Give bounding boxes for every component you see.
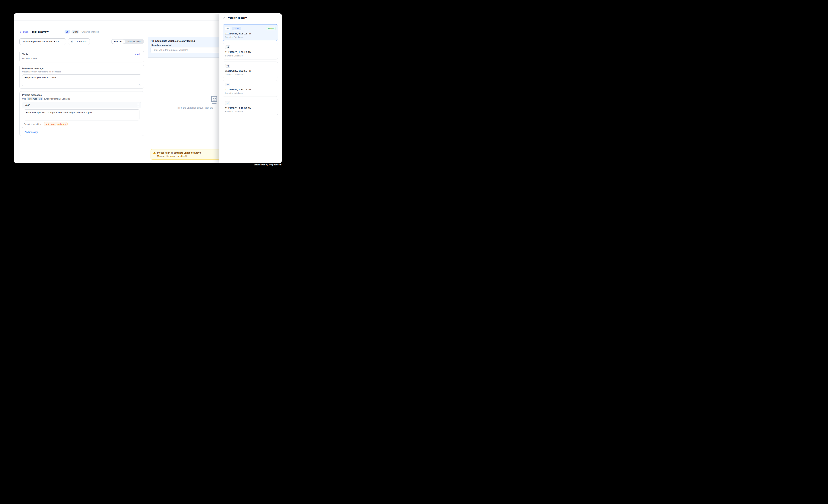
latest-badge: Latest <box>232 27 241 30</box>
warning-title: Please fill in all template variables ab… <box>157 152 201 154</box>
developer-message-input[interactable]: Respond as you are tom cruise <box>22 74 141 86</box>
version-timestamp: 11/21/2025, 1:33:56 PM <box>225 70 276 72</box>
parameters-label: Parameters <box>75 40 87 43</box>
drawer-title: Version History <box>228 16 247 19</box>
version-card-v4[interactable]: v4 11/21/2025, 1:36:28 PM Saved to Datab… <box>222 43 278 59</box>
back-label: Back <box>23 31 29 33</box>
chevron-down-icon <box>61 40 64 43</box>
developer-message-subtitle: Optional system instructions for the mod… <box>22 71 141 73</box>
add-message-button[interactable]: Add message <box>22 131 141 133</box>
subtitle-prefix: Use <box>22 98 26 100</box>
prompt-messages-subtitle: Use {{variable}} syntax for template var… <box>22 97 141 100</box>
tools-label: Tools <box>22 53 28 56</box>
editor-toolbar: aws/anthropic/bedrock-claude-3-5-s... Pa… <box>19 38 144 45</box>
parameters-button[interactable]: Parameters <box>68 38 90 45</box>
version-card-v3[interactable]: v3 11/21/2025, 1:33:56 PM Saved to Datab… <box>222 61 278 78</box>
version-status: Saved to Database <box>225 36 276 38</box>
version-timestamp: 11/21/2025, 1:36:28 PM <box>225 51 276 54</box>
warning-icon <box>153 151 156 154</box>
drag-handle[interactable] <box>137 104 139 106</box>
arrow-left-icon <box>19 31 22 33</box>
tab-pretty[interactable]: PRETTY <box>112 40 125 44</box>
resize-handle-icon[interactable] <box>139 84 140 85</box>
role-select-value: User <box>25 104 30 106</box>
developer-message-wrap: Respond as you are tom cruise <box>22 74 141 86</box>
version-timestamp: 11/21/2025, 1:33:19 PM <box>225 88 276 91</box>
version-status: Saved to Database <box>225 73 276 76</box>
version-status: Saved to Database <box>225 111 276 113</box>
prompt-editor-panel: Back jack-sparrow v5 Draft Unsaved chang… <box>14 21 148 163</box>
format-toggle: PRETTY DOTPROMPT <box>111 39 144 44</box>
subtitle-suffix: syntax for template variables <box>44 98 70 100</box>
tab-dotprompt[interactable]: DOTPROMPT <box>125 40 143 44</box>
variable-chip-label: template_variables <box>48 123 66 125</box>
gear-icon <box>71 40 73 43</box>
add-tool-label: Add <box>137 53 141 56</box>
model-select-value: aws/anthropic/bedrock-claude-3-5-s... <box>22 40 61 43</box>
message-body: Enter task specifics. Use {{template_var… <box>23 108 141 120</box>
message-block: User Enter task specifics. Use {{templat… <box>22 102 141 128</box>
variable-syntax-chip: {{variable}} <box>27 97 43 100</box>
chevron-down-icon <box>34 104 37 106</box>
message-input[interactable]: Enter task specifics. Use {{template_var… <box>24 109 139 120</box>
draft-badge: Draft <box>72 30 79 34</box>
header-badges: v5 Draft Unsaved changes <box>65 30 99 34</box>
empty-state-text: Fill in the variables above, then typ <box>177 107 213 109</box>
message-header: User <box>23 102 141 108</box>
version-status: Saved to Database <box>225 54 276 57</box>
tools-card-head: Tools Add <box>22 53 141 56</box>
role-select[interactable]: User <box>25 104 37 106</box>
version-timestamp: 11/21/2025, 9:16:39 AM <box>225 107 276 110</box>
editor-header: Back jack-sparrow v5 Draft Unsaved chang… <box>19 30 144 34</box>
add-tool-button[interactable]: Add <box>135 53 141 56</box>
developer-message-label: Developer message <box>22 67 141 70</box>
detected-variables-label: Detected variables: <box>24 123 42 125</box>
version-card-badges: v3 <box>225 64 276 68</box>
close-drawer-button[interactable] <box>223 16 225 19</box>
version-number-badge: v1 <box>225 101 230 105</box>
add-message-label: Add message <box>25 131 38 133</box>
pencil-icon <box>46 123 47 125</box>
detected-variables-row: Detected variables: template_variables <box>23 120 141 128</box>
version-number-badge: v3 <box>225 64 230 68</box>
message-input-wrap: Enter task specifics. Use {{template_var… <box>24 109 139 120</box>
page-title: jack-sparrow <box>32 30 48 33</box>
watermark: Screenshot by Xnapper.com <box>254 164 282 166</box>
version-card-badges: v2 <box>225 83 276 86</box>
version-badge: v5 <box>65 30 70 34</box>
model-select[interactable]: aws/anthropic/bedrock-claude-3-5-s... <box>19 38 66 45</box>
unsaved-changes-label: Unsaved changes <box>81 31 99 33</box>
resize-handle-icon[interactable] <box>137 118 139 120</box>
tools-card: Tools Add No tools added <box>19 51 144 62</box>
developer-message-card: Developer message Optional system instru… <box>19 65 144 89</box>
plus-icon <box>135 53 136 56</box>
robot-icon <box>210 96 218 104</box>
drawer-header: Version History <box>219 13 282 19</box>
version-card-v2[interactable]: v2 11/21/2025, 1:33:19 PM Saved to Datab… <box>222 80 278 97</box>
prompt-messages-label: Prompt messages <box>22 94 141 96</box>
version-card-v1[interactable]: v1 11/21/2025, 9:16:39 AM Saved to Datab… <box>222 99 278 115</box>
version-card-badges: v5 Latest Active <box>225 27 276 30</box>
prompt-messages-card: Prompt messages Use {{variable}} syntax … <box>19 91 144 136</box>
back-button[interactable]: Back <box>19 31 29 33</box>
version-card-badges: v4 <box>225 45 276 49</box>
version-number-badge: v4 <box>225 45 230 49</box>
version-number-badge: v2 <box>225 83 230 86</box>
versions-list: v5 Latest Active 11/22/2025, 6:08:12 PM … <box>222 24 278 115</box>
variable-chip[interactable]: template_variables <box>44 122 68 126</box>
version-status: Saved to Database <box>225 92 276 94</box>
version-card-v5[interactable]: v5 Latest Active 11/22/2025, 6:08:12 PM … <box>222 24 278 41</box>
tools-empty-text: No tools added <box>22 57 141 60</box>
close-icon <box>223 16 225 19</box>
version-number-badge: v5 <box>225 27 230 30</box>
active-badge: Active <box>266 27 276 30</box>
plus-icon <box>22 131 24 133</box>
version-history-drawer: Version History v5 Latest Active 11/22/2… <box>219 13 282 163</box>
version-timestamp: 11/22/2025, 6:08:12 PM <box>225 32 276 35</box>
version-card-badges: v1 <box>225 101 276 105</box>
